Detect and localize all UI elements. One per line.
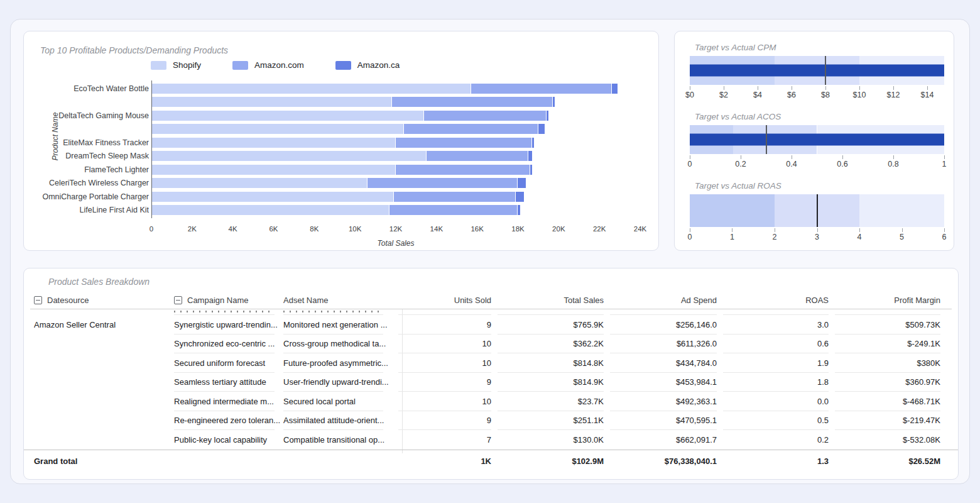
bar-segment-amazon-ca[interactable] bbox=[530, 165, 532, 175]
bar-segment-amazon-ca[interactable] bbox=[516, 192, 524, 202]
column-header-label: Profit Margin bbox=[894, 296, 940, 305]
bullet-tick-label: 2 bbox=[773, 233, 777, 241]
bullet-tick-label: 1 bbox=[730, 233, 734, 241]
total-sales-cell: $251.1K bbox=[491, 411, 604, 431]
bullet-tick-mark bbox=[741, 155, 741, 159]
stacked-bar bbox=[151, 192, 640, 202]
grand-total-row: Grand total1K$102.9M$76,338,040.11.3$26.… bbox=[24, 450, 958, 473]
bullet-chart-cpm: Target vs Actual CPM $0$2$4$6$8$10$12$14 bbox=[690, 43, 944, 101]
column-header-adset-name[interactable]: Adset Name bbox=[283, 296, 392, 305]
collapse-icon[interactable] bbox=[34, 296, 42, 304]
collapse-icon[interactable] bbox=[174, 296, 182, 304]
column-header-datesource[interactable]: Datesource bbox=[34, 296, 174, 305]
bar-row: EliteMax Fitness Tracker bbox=[26, 136, 640, 150]
bar-segment-amazon-com[interactable] bbox=[368, 178, 518, 188]
table-row[interactable]: Seamless tertiary attitudeUser-friendly … bbox=[24, 373, 958, 392]
bar-segment-amazon-com[interactable] bbox=[396, 165, 530, 175]
units-sold-cell: 10 bbox=[392, 353, 491, 373]
total-sales-cell: $814.9K bbox=[491, 373, 604, 392]
bar-segment-amazon-com[interactable] bbox=[424, 111, 547, 121]
x-tick-label: 4K bbox=[229, 225, 237, 233]
x-tick-label: 10K bbox=[349, 225, 361, 233]
datasource-cell bbox=[34, 373, 174, 392]
bullet-target-marker bbox=[766, 125, 767, 154]
table-row[interactable]: Public-key local capabilityCompatible tr… bbox=[24, 430, 958, 450]
table-row[interactable]: Secured uniform forecastFuture-proofed a… bbox=[24, 353, 958, 373]
bar-segment-shopify[interactable] bbox=[151, 192, 394, 202]
table-row[interactable]: Realigned intermediate m...Secured local… bbox=[24, 392, 958, 411]
legend-color-chip bbox=[151, 61, 166, 70]
bar-row: CeleriTech Wireless Charger bbox=[26, 177, 640, 191]
bar-category-label: EcoTech Water Bottle bbox=[26, 84, 151, 93]
bar-segment-amazon-ca[interactable] bbox=[547, 111, 548, 121]
x-tick-label: 22K bbox=[593, 225, 606, 233]
legend-item-label: Amazon.ca bbox=[357, 60, 400, 70]
column-header-ad-spend[interactable]: Ad Spend bbox=[604, 296, 717, 305]
bar-segment-amazon-ca[interactable] bbox=[518, 178, 526, 188]
column-header-campaign-name[interactable]: Campaign Name bbox=[174, 296, 283, 305]
bar-segment-amazon-com[interactable] bbox=[389, 205, 518, 215]
column-header-units-sold[interactable]: Units Sold bbox=[392, 296, 491, 305]
campaign-cell: Public-key local capability bbox=[174, 430, 283, 450]
stacked-bar bbox=[151, 165, 640, 175]
bar-segment-shopify[interactable] bbox=[151, 111, 424, 121]
table-row[interactable]: Re-engineered zero toleran...Assimilated… bbox=[24, 411, 958, 431]
bar-segment-amazon-com[interactable] bbox=[394, 192, 516, 202]
bullet-tick-label: 0.6 bbox=[837, 160, 847, 169]
bullet-tick-label: $4 bbox=[753, 91, 762, 99]
profit-margin-cell: $509.73K bbox=[829, 315, 940, 334]
x-tick-label: 20K bbox=[552, 225, 565, 233]
bullet-chart-acos: Target vs Actual ACOS 00.20.40.60.81 bbox=[690, 112, 944, 170]
bullet-tick-label: 3 bbox=[815, 233, 819, 241]
bar-segment-shopify[interactable] bbox=[151, 178, 368, 188]
profit-margin-cell: $380K bbox=[829, 353, 940, 373]
profit-margin-cell: $-468.71K bbox=[829, 392, 940, 411]
bar-segment-amazon-com[interactable] bbox=[404, 124, 538, 134]
x-tick-label: 24K bbox=[634, 225, 646, 233]
bar-segment-shopify[interactable] bbox=[151, 84, 471, 94]
adset-cell: Compatible transitional op... bbox=[283, 430, 392, 450]
clipped-cell bbox=[717, 309, 829, 315]
bullet-roas-title: Target vs Actual ROAS bbox=[695, 181, 944, 191]
bullet-tick-mark bbox=[792, 155, 792, 159]
table-row[interactable]: Amazon Seller CentralSynergistic upward-… bbox=[24, 315, 958, 334]
bar-segment-shopify[interactable] bbox=[151, 165, 396, 175]
bullet-tick-label: $6 bbox=[787, 91, 796, 99]
bar-segment-amazon-ca[interactable] bbox=[538, 124, 545, 134]
column-header-profit-margin[interactable]: Profit Margin bbox=[829, 296, 940, 305]
bar-segment-shopify[interactable] bbox=[151, 124, 404, 134]
bar-segment-amazon-com[interactable] bbox=[427, 151, 528, 161]
legend-item-amazon-com[interactable]: Amazon.com bbox=[232, 60, 304, 70]
bullet-tick-mark bbox=[859, 86, 860, 90]
clipped-cell bbox=[283, 309, 392, 315]
bar-segment-amazon-ca[interactable] bbox=[553, 97, 555, 107]
legend-item-amazon-ca[interactable]: Amazon.ca bbox=[335, 60, 400, 70]
top-products-chart-card: Top 10 Profitable Products/Demanding Pro… bbox=[23, 31, 659, 251]
bar-segment-amazon-com[interactable] bbox=[392, 97, 553, 107]
bar-segment-shopify[interactable] bbox=[151, 205, 389, 215]
bar-segment-amazon-ca[interactable] bbox=[612, 84, 618, 94]
legend-item-shopify[interactable]: Shopify bbox=[151, 60, 201, 70]
bullet-roas-axis: 0123456 bbox=[690, 227, 944, 243]
total-sales-cell: $765.9K bbox=[491, 315, 604, 334]
column-header-roas[interactable]: ROAS bbox=[717, 296, 829, 305]
ad-spend-cell: $662,091.7 bbox=[604, 430, 717, 450]
total-sales-cell: $362.2K bbox=[491, 334, 604, 354]
bar-segment-shopify[interactable] bbox=[151, 138, 396, 148]
bar-segment-amazon-com[interactable] bbox=[471, 84, 612, 94]
bar-category-label: OmniCharge Portable Charger bbox=[26, 192, 151, 201]
bullet-tick-mark bbox=[893, 155, 894, 159]
bar-segment-shopify[interactable] bbox=[151, 151, 427, 161]
bar-segment-shopify[interactable] bbox=[151, 97, 392, 107]
table-row[interactable]: Synchronized eco-centric ...Cross-group … bbox=[24, 334, 958, 354]
adset-cell: Assimilated attitude-orient... bbox=[283, 411, 392, 431]
bar-segment-amazon-com[interactable] bbox=[396, 138, 532, 148]
bar-segment-amazon-ca[interactable] bbox=[532, 138, 534, 148]
campaign-cell: Synchronized eco-centric ... bbox=[174, 334, 283, 354]
bar-segment-amazon-ca[interactable] bbox=[528, 151, 532, 161]
bar-chart-legend: ShopifyAmazon.comAmazon.ca bbox=[151, 60, 400, 70]
bullet-tick-mark bbox=[817, 228, 818, 232]
bar-segment-amazon-ca[interactable] bbox=[518, 205, 520, 215]
column-header-total-sales[interactable]: Total Sales bbox=[491, 296, 604, 305]
adset-cell: Secured local portal bbox=[283, 392, 392, 411]
